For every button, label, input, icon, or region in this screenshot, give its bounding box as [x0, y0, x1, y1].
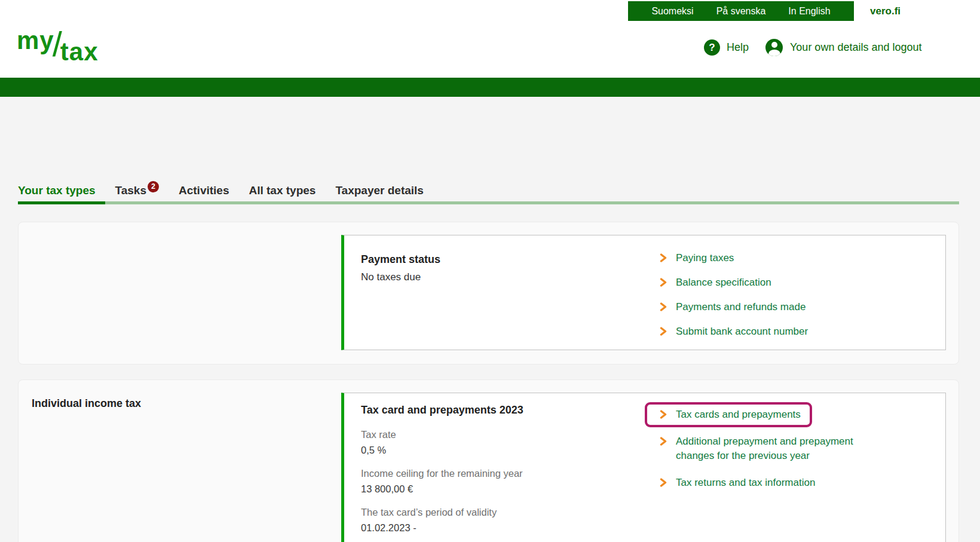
vero-fi-link[interactable]: vero.fi — [870, 5, 901, 17]
lang-suomeksi[interactable]: Suomeksi — [651, 6, 693, 17]
person-icon — [765, 39, 783, 56]
field-list: Tax rate 0,5 % Income ceiling for the re… — [361, 428, 523, 534]
chevron-right-icon — [660, 324, 668, 338]
panel-title: Payment status — [361, 253, 440, 266]
logo-text-my: my — [17, 27, 54, 54]
highlight-box: Tax cards and prepayments — [645, 402, 812, 427]
tab-taxpayer-details[interactable]: Taxpayer details — [335, 184, 424, 197]
link-submit-bank-account[interactable]: Submit bank account number — [660, 324, 886, 338]
tab-bar: Your tax types Tasks2 Activities All tax… — [18, 184, 424, 198]
chevron-right-icon — [660, 434, 668, 448]
tasks-badge: 2 — [148, 181, 159, 192]
chevron-right-icon — [660, 476, 668, 489]
link-list: Tax cards and prepayments Additional pre… — [660, 408, 886, 490]
question-mark-icon: ? — [704, 39, 720, 56]
link-balance-specification[interactable]: Balance specification — [660, 275, 886, 289]
field-income-ceiling: Income ceiling for the remaining year 13… — [361, 467, 523, 495]
lang-pa-svenska[interactable]: På svenska — [716, 6, 766, 17]
logo-text-tax: tax — [60, 39, 99, 65]
tab-all-tax-types[interactable]: All tax types — [249, 184, 316, 197]
link-paying-taxes[interactable]: Paying taxes — [660, 251, 886, 265]
chevron-right-icon — [660, 300, 668, 314]
field-tax-rate: Tax rate 0,5 % — [361, 428, 523, 457]
language-bar: Suomeksi På svenska In English — [628, 1, 854, 21]
chevron-right-icon — [660, 408, 668, 421]
account-logout-button[interactable]: Your own details and logout — [765, 39, 922, 56]
individual-income-tax-card: Individual income tax Tax card and prepa… — [18, 379, 959, 542]
chevron-right-icon — [660, 251, 668, 265]
link-list: Paying taxes Balance specification Payme… — [660, 251, 886, 338]
tax-card-panel: Tax card and prepayments 2023 Tax rate 0… — [341, 393, 946, 542]
status-text: No taxes due — [361, 271, 421, 283]
link-additional-prepayment[interactable]: Additional prepayment and prepayment cha… — [660, 434, 886, 463]
payment-status-panel: Payment status No taxes due Paying taxes… — [341, 235, 946, 350]
link-tax-returns-info[interactable]: Tax returns and tax information — [660, 476, 886, 490]
tab-activities[interactable]: Activities — [179, 184, 229, 197]
link-tax-cards-prepayments[interactable]: Tax cards and prepayments — [660, 408, 801, 422]
account-label: Your own details and logout — [790, 41, 922, 54]
card-label: Individual income tax — [32, 397, 141, 410]
tab-tasks[interactable]: Tasks2 — [115, 184, 159, 198]
help-label: Help — [727, 41, 749, 54]
panel-title: Tax card and prepayments 2023 — [361, 404, 523, 417]
link-payments-refunds[interactable]: Payments and refunds made — [660, 300, 886, 314]
active-tab-underline — [18, 201, 105, 204]
main-nav-bar — [0, 78, 980, 97]
payment-status-card: Payment status No taxes due Paying taxes… — [18, 222, 959, 365]
chevron-right-icon — [660, 275, 668, 289]
field-validity-period: The tax card’s period of validity 01.02.… — [361, 506, 523, 534]
mytax-logo[interactable]: my / tax — [17, 27, 99, 56]
tab-your-tax-types[interactable]: Your tax types — [18, 184, 96, 197]
help-button[interactable]: ? Help — [704, 39, 749, 56]
tab-underline — [18, 201, 959, 204]
lang-in-english[interactable]: In English — [788, 6, 830, 17]
